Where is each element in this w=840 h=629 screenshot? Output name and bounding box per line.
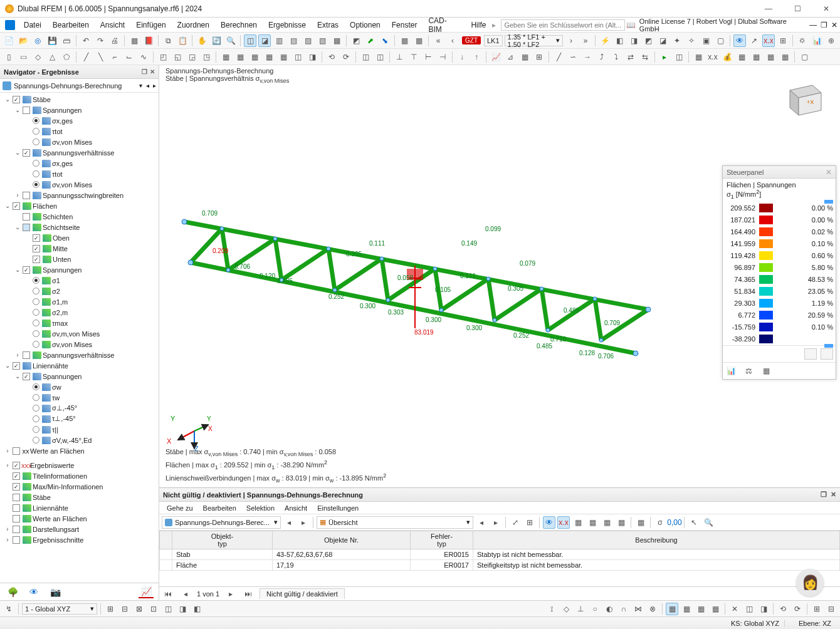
st-p-icon[interactable]: ⊗ bbox=[646, 603, 659, 615]
steuer-tab1-icon[interactable]: 📊 bbox=[725, 365, 737, 377]
node-ergebnisschnitte[interactable]: ›Ergebnisschnitte bbox=[1, 534, 159, 545]
tool-o-icon[interactable]: ◨ bbox=[627, 34, 640, 47]
t2-a-icon[interactable]: ▯ bbox=[3, 51, 15, 63]
st-z-icon[interactable]: ⊞ bbox=[811, 603, 823, 615]
book2-icon[interactable]: 📕 bbox=[142, 34, 155, 47]
bp-tool-e-icon[interactable]: ▦ bbox=[572, 516, 584, 529]
rotate-icon[interactable]: 🔄 bbox=[210, 34, 223, 47]
hand-icon[interactable]: ✋ bbox=[196, 34, 208, 47]
minimize-button[interactable]: — bbox=[760, 4, 777, 13]
steuer-btn1[interactable] bbox=[804, 348, 817, 360]
node-liniennaehte2[interactable]: Liniennähte bbox=[1, 502, 159, 513]
bp-tool-j-icon[interactable]: σ bbox=[654, 516, 666, 529]
save-icon[interactable]: 💾 bbox=[46, 34, 58, 47]
t2-q-icon[interactable]: ▦ bbox=[248, 51, 261, 63]
t2-ad-icon[interactable]: ↓ bbox=[456, 51, 468, 63]
tool-aa-icon[interactable]: 📊 bbox=[811, 34, 823, 47]
tool-g-icon[interactable]: ▩ bbox=[330, 34, 343, 47]
t2-ar-icon[interactable]: ▦ bbox=[692, 51, 705, 63]
search-input[interactable] bbox=[501, 19, 624, 31]
t2-l-icon[interactable]: ◱ bbox=[171, 51, 184, 63]
t2-ak-icon[interactable]: → bbox=[581, 51, 594, 63]
tool-m-icon[interactable]: ⚡ bbox=[599, 34, 611, 47]
t2-i-icon[interactable]: ⌙ bbox=[123, 51, 135, 63]
bp-tool-l-icon[interactable]: ↖ bbox=[688, 516, 700, 529]
t2-ai-icon[interactable]: ╱ bbox=[552, 51, 565, 63]
node-darstellung[interactable]: ›Darstellungsart bbox=[1, 524, 159, 534]
t2-at-icon[interactable]: 💰 bbox=[721, 51, 733, 63]
t2-w-icon[interactable]: ⟳ bbox=[340, 51, 352, 63]
st-l-icon[interactable]: ○ bbox=[589, 603, 601, 615]
bp-tool-i-icon[interactable]: ▦ bbox=[634, 516, 647, 529]
st-d-icon[interactable]: ⊠ bbox=[133, 603, 145, 615]
tool-b-icon[interactable]: ◪ bbox=[258, 34, 271, 47]
redo-icon[interactable]: ↷ bbox=[94, 34, 107, 47]
navtab-camera-icon[interactable]: 📷 bbox=[48, 586, 63, 598]
node-schichten[interactable]: Schichten bbox=[1, 211, 159, 222]
bottom-close-icon[interactable]: ✕ bbox=[831, 491, 836, 499]
nav-first-icon[interactable]: « bbox=[432, 34, 444, 47]
t2-g-icon[interactable]: ╲ bbox=[94, 51, 107, 63]
node-spannungsverh-2[interactable]: ›Spannungsverhältnisse bbox=[1, 350, 159, 360]
menu-ansicht[interactable]: Ansicht bbox=[95, 19, 130, 31]
st-aa-icon[interactable]: ⊟ bbox=[825, 603, 837, 615]
panel-float-icon[interactable]: ❐ bbox=[142, 68, 147, 75]
nav-last-icon[interactable]: » bbox=[579, 34, 592, 47]
bp-next-icon[interactable]: ▸ bbox=[297, 516, 310, 529]
node-staebe2[interactable]: Stäbe bbox=[1, 492, 159, 502]
t2-al-icon[interactable]: ⤴ bbox=[596, 51, 608, 63]
node-sigma1m[interactable]: σ1,m bbox=[1, 296, 159, 307]
tool-i-icon[interactable]: ⬈ bbox=[364, 34, 377, 47]
t2-o-icon[interactable]: ▦ bbox=[219, 51, 232, 63]
navigator-tree[interactable]: ⌄✓Stäbe ⌄Spannungen σx,ges τtot σv,von M… bbox=[0, 93, 159, 583]
node-spannungen-3[interactable]: ⌄✓Spannungen bbox=[1, 371, 159, 382]
pager-tab[interactable]: Nicht gültig / deaktiviert bbox=[260, 588, 345, 599]
t2-t-icon[interactable]: ◫ bbox=[291, 51, 304, 63]
st-m-icon[interactable]: ◐ bbox=[603, 603, 616, 615]
bp-menu-bearbeiten[interactable]: Bearbeiten bbox=[198, 503, 241, 513]
st-b-icon[interactable]: ⊞ bbox=[104, 603, 117, 615]
menu-einfuegen[interactable]: Einfügen bbox=[131, 19, 171, 31]
node-werte-flaechen2[interactable]: Werte an Flächen bbox=[1, 513, 159, 524]
target-icon[interactable]: ◎ bbox=[31, 34, 44, 47]
new-icon[interactable]: 📄 bbox=[3, 34, 15, 47]
st-a-icon[interactable]: ↯ bbox=[3, 603, 15, 615]
node-sigma-vm-vmises[interactable]: σv,m,von Mises bbox=[1, 328, 159, 339]
menu-extras[interactable]: Extras bbox=[312, 19, 344, 31]
navtab-eye-icon[interactable]: 👁 bbox=[26, 586, 41, 598]
calc-icon[interactable]: ▦ bbox=[128, 34, 140, 47]
tool-p-icon[interactable]: ◩ bbox=[642, 34, 654, 47]
menu-cadbim[interactable]: CAD-BIM bbox=[423, 14, 465, 36]
tool-z-icon[interactable]: ⛭ bbox=[796, 34, 809, 47]
st-y-icon[interactable]: ⟳ bbox=[791, 603, 804, 615]
node-liniennaehte[interactable]: ⌄✓Liniennähte bbox=[1, 360, 159, 371]
open-icon[interactable]: 📂 bbox=[17, 34, 29, 47]
t2-r-icon[interactable]: ▦ bbox=[263, 51, 275, 63]
nav-prev-icon[interactable]: ‹ bbox=[446, 34, 459, 47]
undo-icon[interactable]: ↶ bbox=[80, 34, 92, 47]
st-h-icon[interactable]: ◧ bbox=[191, 603, 203, 615]
bp-tool-c-icon[interactable]: 👁 bbox=[543, 516, 555, 529]
pager-prev-icon[interactable]: ◂ bbox=[179, 588, 192, 600]
st-k-icon[interactable]: ⊥ bbox=[574, 603, 587, 615]
tool-d-icon[interactable]: ▤ bbox=[287, 34, 300, 47]
st-g-icon[interactable]: ◨ bbox=[176, 603, 189, 615]
t2-aq-icon[interactable]: ◫ bbox=[673, 51, 685, 63]
tool-k-icon[interactable]: ▦ bbox=[398, 34, 411, 47]
pager-first-icon[interactable]: ⏮ bbox=[162, 588, 174, 600]
maximize-button[interactable]: ☐ bbox=[789, 4, 806, 13]
navtab-tree-icon[interactable]: 🌳 bbox=[5, 586, 20, 598]
nav-next-icon[interactable]: › bbox=[565, 34, 577, 47]
bp-tool-h-icon[interactable]: ▦ bbox=[615, 516, 627, 529]
t2-as-icon[interactable]: x.x bbox=[706, 51, 719, 63]
st-e-icon[interactable]: ⊡ bbox=[147, 603, 160, 615]
t2-k-icon[interactable]: ◰ bbox=[157, 51, 169, 63]
node-tau-w[interactable]: τw bbox=[1, 392, 159, 403]
st-r-icon[interactable]: ▦ bbox=[680, 603, 693, 615]
node-spannungen-2[interactable]: ⌄✓Spannungen bbox=[1, 264, 159, 275]
saveall-icon[interactable]: 🗃 bbox=[60, 34, 73, 47]
st-i-icon[interactable]: ⟟ bbox=[545, 603, 558, 615]
st-v-icon[interactable]: ◫ bbox=[743, 603, 755, 615]
st-w-icon[interactable]: ◨ bbox=[757, 603, 770, 615]
node-titelinfo[interactable]: ✓Titelinformationen bbox=[1, 470, 159, 481]
